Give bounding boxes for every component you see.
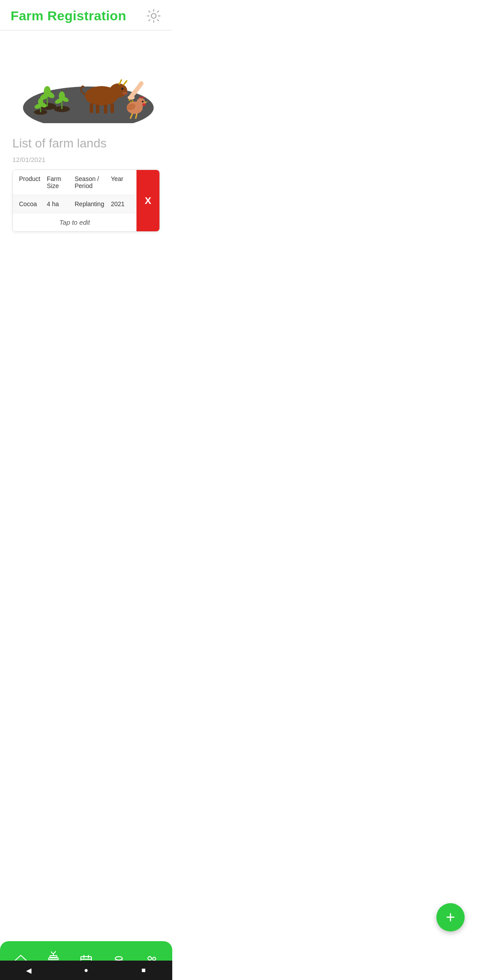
svg-point-16 — [38, 98, 43, 106]
col-farm-size: Farm Size — [47, 175, 75, 189]
farm-land-table: Product Farm Size Season / Period Year C… — [12, 170, 160, 232]
svg-rect-18 — [90, 103, 93, 113]
delete-icon: X — [145, 195, 151, 207]
farm-scene-svg — [15, 44, 157, 123]
col-year: Year — [111, 175, 130, 189]
cell-season: Replanting — [75, 200, 111, 207]
section-title: List of farm lands — [12, 136, 160, 151]
cell-product: Cocoa — [19, 200, 47, 207]
farm-illustration — [0, 30, 172, 132]
date-label: 12/01/2021 — [12, 156, 160, 163]
col-season: Season / Period — [75, 175, 111, 189]
svg-point-26 — [122, 91, 128, 95]
svg-point-34 — [142, 103, 146, 106]
svg-rect-21 — [110, 103, 114, 113]
table-row[interactable]: Cocoa 4 ha Replanting 2021 — [13, 195, 136, 213]
settings-icon[interactable] — [146, 8, 162, 24]
delete-row-button[interactable]: X — [136, 170, 159, 231]
svg-point-27 — [128, 95, 135, 100]
cell-farm-size: 4 ha — [47, 200, 75, 207]
svg-point-6 — [44, 86, 51, 97]
page-title: Farm Registration — [11, 8, 126, 23]
tap-to-edit-button[interactable]: Tap to edit — [13, 213, 136, 231]
svg-rect-19 — [96, 105, 99, 113]
svg-point-11 — [59, 91, 65, 100]
table-content: Product Farm Size Season / Period Year C… — [13, 170, 136, 231]
header: Farm Registration — [0, 0, 172, 30]
svg-point-35 — [142, 101, 144, 102]
svg-point-28 — [129, 99, 130, 101]
svg-point-0 — [151, 14, 156, 19]
svg-line-24 — [124, 81, 127, 85]
svg-point-25 — [121, 88, 124, 90]
svg-rect-20 — [104, 105, 107, 113]
content-area: List of farm lands 12/01/2021 Product Fa… — [0, 132, 172, 232]
cell-year: 2021 — [111, 200, 130, 207]
svg-point-22 — [110, 83, 127, 98]
col-product: Product — [19, 175, 47, 189]
table-header-row: Product Farm Size Season / Period Year — [13, 170, 136, 195]
